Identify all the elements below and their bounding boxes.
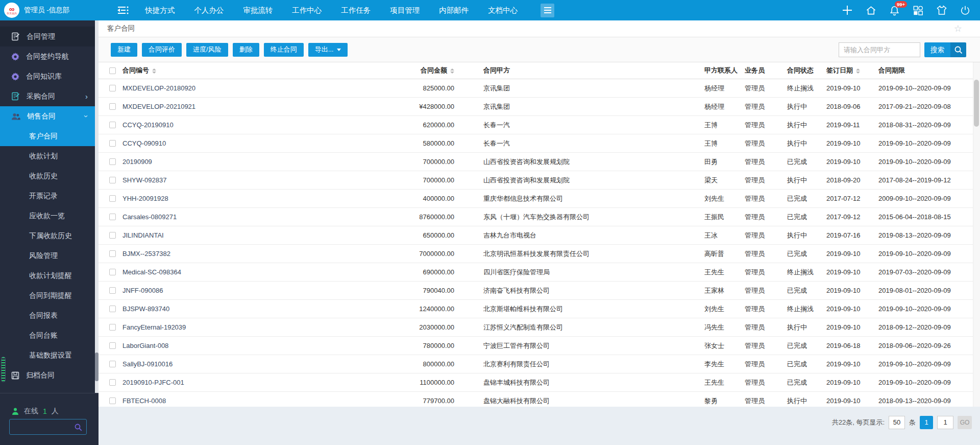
favorite-star-icon[interactable]: ☆ (954, 23, 962, 34)
table-row[interactable]: JILINDIANTAI650000.00吉林九台市电视台王冰管理员执行中201… (99, 226, 980, 245)
row-checkbox[interactable] (109, 103, 116, 110)
row-checkbox[interactable] (109, 140, 116, 147)
top-menu-item[interactable]: 文档中心 (488, 6, 518, 15)
row-checkbox[interactable] (109, 250, 116, 257)
contract-number[interactable]: FancyEternal-192039 (122, 323, 357, 331)
contract-number[interactable]: CCYQ-20190910 (122, 121, 357, 129)
search-magnifier-button[interactable] (950, 42, 966, 57)
contract-number[interactable]: FBTECH-0008 (122, 397, 357, 405)
logout-button[interactable] (960, 5, 971, 16)
top-menu-item[interactable]: 个人办公 (194, 6, 224, 15)
table-row[interactable]: YHH-20091928400000.00重庆华都信息技术有限公司刘先生管理员已… (99, 190, 980, 208)
collapse-menu-icon[interactable] (116, 5, 130, 15)
sidebar-item-销售合同[interactable]: 销售合同› (0, 106, 95, 126)
row-checkbox[interactable] (109, 232, 116, 239)
row-checkbox[interactable] (109, 361, 116, 367)
search-input[interactable] (839, 42, 920, 57)
toolbar-button-合同评价[interactable]: 合同评价 (142, 43, 182, 57)
contract-number[interactable]: YHH-20091928 (122, 195, 357, 202)
export-button[interactable]: 导出... (308, 43, 348, 57)
contract-number[interactable]: JILINDIANTAI (122, 231, 357, 239)
row-checkbox[interactable] (109, 306, 116, 312)
sidebar-item-合同台账[interactable]: 合同台账 (0, 325, 95, 345)
contract-number[interactable]: BJMX--2537382 (122, 250, 357, 257)
sidebar-item-风险管理[interactable]: 风险管理 (0, 246, 95, 266)
sort-icon[interactable] (152, 68, 156, 74)
sidebar-search-input[interactable] (10, 423, 74, 431)
contract-number[interactable]: CCYQ-090910 (122, 139, 357, 147)
sidebar-item-合同知识库[interactable]: 合同知识库 (0, 66, 95, 86)
column-header-sign-date[interactable]: 签订日期 (826, 66, 878, 75)
contract-number[interactable]: LaborGiant-008 (122, 342, 357, 349)
sort-icon[interactable] (450, 68, 454, 74)
notifications-button[interactable]: 99+ (889, 5, 900, 16)
home-button[interactable] (865, 5, 877, 16)
sidebar-item-收款计划提醒[interactable]: 收款计划提醒 (0, 266, 95, 286)
goto-page-input[interactable] (937, 416, 953, 429)
top-menu-item[interactable]: 工作任务 (341, 6, 371, 15)
add-button[interactable] (841, 4, 853, 16)
contract-number[interactable]: MXDEVELOP-20210921 (122, 103, 357, 110)
table-row[interactable]: MXDEVELOP-20210921¥428000.00京讯集团杨经理管理员执行… (99, 98, 980, 116)
toolbar-button-进度/风险[interactable]: 进度/风险 (186, 43, 228, 57)
row-checkbox[interactable] (109, 397, 116, 404)
table-row[interactable]: JNFF-090086790040.00济南奋飞科技有限公司王家林管理员已完成2… (99, 282, 980, 300)
table-row[interactable]: BJMX--25373827000000.00北京明讯恒基科技发展有限责任公司高… (99, 245, 980, 263)
table-row[interactable]: FancyEternal-1920392030000.00江苏恒义汽配制造有限公… (99, 318, 980, 337)
row-checkbox[interactable] (109, 85, 116, 91)
table-row[interactable]: CCYQ-090910580000.00长春一汽王博管理员执行中2019-09-… (99, 134, 980, 153)
page-size-input[interactable] (889, 416, 905, 429)
table-row[interactable]: MXDEVELOP-20180920825000.00京讯集团杨经理管理员终止搁… (99, 79, 980, 98)
contract-number[interactable]: 20190910-PJFC-001 (122, 379, 357, 386)
sidebar-item-采购合同[interactable]: 采购合同› (0, 86, 95, 106)
sidebar-item-合同到期提醒[interactable]: 合同到期提醒 (0, 286, 95, 306)
contract-number[interactable]: MXDEVELOP-20180920 (122, 84, 357, 92)
contract-number[interactable]: Carsales-0809271 (122, 213, 357, 221)
sidebar-item-收款历史[interactable]: 收款历史 (0, 166, 95, 186)
sidebar-scroll-handle[interactable] (1, 357, 6, 382)
sidebar-item-合同管理[interactable]: 合同管理 (0, 27, 95, 46)
sort-icon[interactable] (856, 68, 860, 74)
sidebar-item-归档合同[interactable]: 归档合同 (0, 365, 95, 385)
contract-number[interactable]: JNFF-090086 (122, 287, 357, 294)
toolbar-button-删除[interactable]: 删除 (233, 43, 259, 57)
row-checkbox[interactable] (109, 195, 116, 202)
row-checkbox[interactable] (109, 342, 116, 349)
row-checkbox[interactable] (109, 158, 116, 165)
sidebar-item-基础数据设置[interactable]: 基础数据设置 (0, 345, 95, 365)
current-page-button[interactable]: 1 (920, 416, 933, 429)
table-row[interactable]: SallyBJ-0910016800000.00北京赛利有限责任公司李先生管理员… (99, 355, 980, 373)
sidebar-item-收款计划[interactable]: 收款计划 (0, 146, 95, 166)
top-menu-item[interactable]: 审批流转 (243, 6, 273, 15)
table-row[interactable]: CCYQ-20190910620000.00长春一汽王博管理员执行中2019-0… (99, 116, 980, 134)
toolbar-button-新建[interactable]: 新建 (111, 43, 137, 57)
top-menu-item[interactable]: 项目管理 (390, 6, 420, 15)
sidebar-scrollbar-thumb[interactable] (95, 353, 99, 381)
column-header-contract-no[interactable]: 合同编号 (122, 66, 357, 75)
table-row[interactable]: BJSPW-8937401240000.00北京斯堪帕维科技有限公司刘先生管理员… (99, 300, 980, 318)
table-row[interactable]: LaborGiant-008780000.00宁波巨工管件有限公司张女士管理员已… (99, 337, 980, 355)
table-row[interactable]: 20190909700000.00山西省投资咨询和发展规划院田勇管理员已完成20… (99, 153, 980, 171)
sidebar-item-合同报表[interactable]: 合同报表 (0, 306, 95, 325)
search-icon[interactable] (74, 423, 82, 431)
row-checkbox[interactable] (109, 287, 116, 294)
contract-number[interactable]: BJSPW-893740 (122, 305, 357, 313)
theme-button[interactable] (936, 4, 948, 16)
sidebar-item-合同签约导航[interactable]: 合同签约导航 (0, 46, 95, 66)
search-button[interactable]: 搜索 (924, 42, 950, 57)
contract-number[interactable]: 20190909 (122, 158, 357, 166)
row-checkbox[interactable] (109, 177, 116, 183)
contract-number[interactable]: Medical-SC-098364 (122, 268, 357, 276)
table-scrollbar-thumb[interactable] (974, 80, 979, 127)
row-checkbox[interactable] (109, 324, 116, 331)
toolbar-button-终止合同[interactable]: 终止合同 (264, 43, 304, 57)
row-checkbox[interactable] (109, 122, 116, 128)
top-menu-item[interactable]: 快捷方式 (145, 6, 175, 15)
sidebar-item-应收款一览[interactable]: 应收款一览 (0, 206, 95, 226)
go-button[interactable]: GO (958, 416, 972, 429)
table-row[interactable]: FBTECH-0008779700.00盘锦大融科技有限公司黎勇管理员执行中20… (99, 392, 980, 407)
top-menu-item[interactable]: 内部邮件 (439, 6, 469, 15)
sidebar-item-下属收款历史[interactable]: 下属收款历史 (0, 226, 95, 246)
contract-number[interactable]: SHYW-092837 (122, 176, 357, 184)
table-row[interactable]: Medical-SC-098364690000.00四川省医疗保险管理局王先生管… (99, 263, 980, 282)
